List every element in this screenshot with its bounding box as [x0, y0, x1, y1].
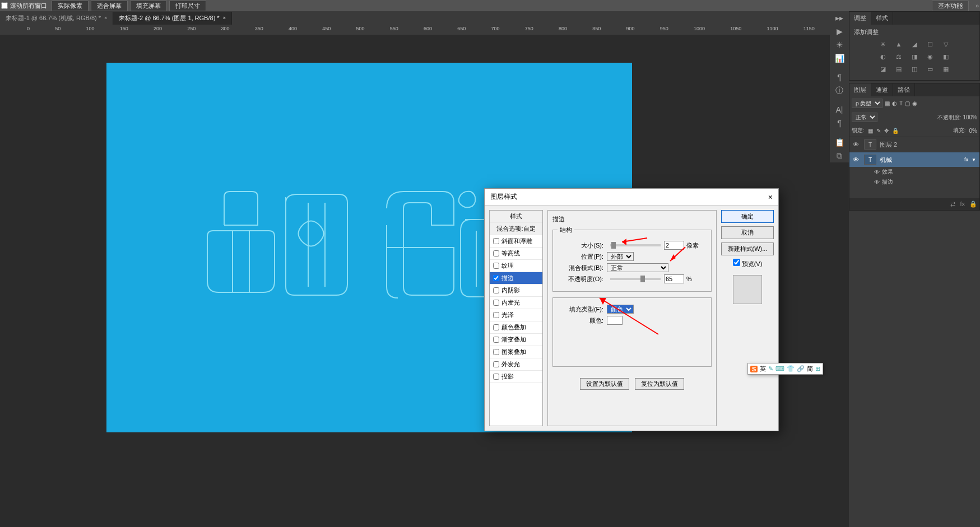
fx-add-icon[interactable]: fx: [960, 200, 965, 208]
doc-tab-2[interactable]: 未标题-2 @ 66.7% (图层 1, RGB/8) * ×: [113, 12, 232, 25]
tab-layers[interactable]: 图层: [849, 83, 871, 96]
ime-pencil-icon[interactable]: ✎: [768, 365, 773, 372]
texture-item[interactable]: 纹理: [490, 260, 542, 272]
ime-menu-icon[interactable]: ⊞: [815, 365, 820, 372]
outer-glow-item[interactable]: 外发光: [490, 358, 542, 371]
actions-play-icon[interactable]: ▶: [830, 25, 849, 38]
doc-tab-1[interactable]: 未标题-1 @ 66.7% (机械, RGB/8) * ×: [0, 12, 113, 25]
paragraph2-icon[interactable]: ¶: [830, 116, 849, 130]
visibility-icon[interactable]: 👁: [853, 141, 861, 148]
menu-chevrons-icon[interactable]: »: [976, 2, 979, 9]
filter-shape-icon[interactable]: ▢: [905, 100, 910, 106]
close-icon[interactable]: ×: [223, 15, 226, 21]
drop-shadow-item[interactable]: 投影: [490, 371, 542, 383]
link-icon[interactable]: ⇄: [950, 200, 955, 208]
tab-channels[interactable]: 通道: [871, 83, 893, 96]
fx-effects-row[interactable]: 👁 效果: [849, 167, 979, 177]
histogram-icon[interactable]: 📊: [830, 52, 849, 65]
styles-header[interactable]: 样式: [490, 211, 542, 223]
reset-default-button[interactable]: 复位为默认值: [635, 378, 684, 390]
new-style-button[interactable]: 新建样式(W)...: [721, 242, 774, 255]
bevel-item[interactable]: 斜面和浮雕: [490, 235, 542, 248]
tab-styles[interactable]: 样式: [871, 12, 893, 25]
posterize-adj-icon[interactable]: ▤: [893, 64, 904, 73]
close-icon[interactable]: ×: [768, 193, 773, 202]
character-icon[interactable]: A|: [830, 103, 849, 116]
bw-adj-icon[interactable]: ◨: [909, 52, 920, 61]
satin-item[interactable]: 光泽: [490, 309, 542, 321]
ime-toolbar[interactable]: S 英 ✎ ⌨ 👕 🔗 简 ⊞: [747, 363, 823, 375]
opacity-slider[interactable]: [610, 278, 661, 280]
fx-stroke-row[interactable]: 👁 描边: [849, 177, 979, 187]
curves-adj-icon[interactable]: ◢: [909, 40, 920, 49]
levels-adj-icon[interactable]: ▲: [893, 40, 904, 49]
cancel-button[interactable]: 取消: [721, 226, 774, 239]
pattern-overlay-item[interactable]: 图案叠加: [490, 346, 542, 358]
tab-adjustments[interactable]: 调整: [849, 12, 871, 25]
inner-shadow-item[interactable]: 内阴影: [490, 285, 542, 297]
lock-trans-icon[interactable]: ▦: [868, 128, 873, 134]
fit-screen-button[interactable]: 适合屏幕: [91, 1, 128, 11]
color-swatch[interactable]: [607, 316, 623, 325]
opacity-input[interactable]: [664, 274, 684, 283]
lock-move-icon[interactable]: ✥: [884, 128, 889, 134]
clone-icon[interactable]: ⧉: [830, 149, 849, 162]
filter-pixel-icon[interactable]: ▦: [885, 100, 890, 106]
stroke-item[interactable]: 描边: [490, 272, 542, 285]
fill-type-select[interactable]: 颜色: [607, 305, 634, 314]
gradient-overlay-item[interactable]: 渐变叠加: [490, 334, 542, 346]
tab-paths[interactable]: 路径: [893, 83, 915, 96]
blend-mode-select[interactable]: 正常: [852, 113, 877, 122]
photo-filter-adj-icon[interactable]: ◉: [925, 52, 936, 61]
blend-mode-select[interactable]: 正常: [607, 263, 668, 272]
actual-pixels-button[interactable]: 实际像素: [52, 1, 89, 11]
hue-adj-icon[interactable]: ◐: [877, 52, 889, 61]
info-icon[interactable]: ⓘ: [830, 84, 849, 97]
workspace-button[interactable]: 基本功能: [932, 1, 969, 11]
exposure-adj-icon[interactable]: ☐: [925, 40, 936, 49]
visibility-icon[interactable]: 👁: [874, 179, 880, 185]
vibrance-adj-icon[interactable]: ▽: [940, 40, 951, 49]
brightness-adj-icon[interactable]: ☀: [877, 40, 889, 49]
ime-mode[interactable]: 简: [807, 365, 813, 373]
visibility-icon[interactable]: 👁: [853, 156, 861, 163]
ime-shirt-icon[interactable]: 👕: [787, 365, 795, 372]
fill-screen-button[interactable]: 填充屏幕: [130, 1, 167, 11]
brightness-icon[interactable]: ☀: [830, 38, 849, 52]
contour-item[interactable]: 等高线: [490, 248, 542, 260]
layer-row-layer2[interactable]: 👁 T 图层 2: [849, 137, 979, 152]
opacity-value[interactable]: 100%: [963, 114, 977, 120]
notes-icon[interactable]: 📋: [830, 136, 849, 149]
lock-paint-icon[interactable]: ✎: [876, 128, 881, 134]
ime-link-icon[interactable]: 🔗: [797, 365, 805, 372]
balance-adj-icon[interactable]: ⚖: [893, 52, 904, 61]
lock-footer-icon[interactable]: 🔒: [969, 200, 977, 208]
blend-options-item[interactable]: 混合选项:自定: [490, 223, 542, 235]
layer-row-text[interactable]: 👁 T 机械 fx ▼: [849, 152, 979, 167]
print-size-button[interactable]: 打印尺寸: [169, 1, 206, 11]
mixer-adj-icon[interactable]: ◧: [940, 52, 951, 61]
lock-all-icon[interactable]: 🔒: [892, 128, 899, 134]
selective-adj-icon[interactable]: ▦: [940, 64, 951, 73]
set-default-button[interactable]: 设置为默认值: [580, 378, 629, 390]
filter-smart-icon[interactable]: ◉: [912, 100, 917, 106]
filter-text-icon[interactable]: T: [899, 100, 903, 106]
layer-filter-select[interactable]: ρ 类型: [852, 99, 883, 108]
ime-keyboard-icon[interactable]: ⌨: [775, 365, 784, 372]
scroll-all-checkbox-input[interactable]: [1, 2, 8, 9]
ime-lang[interactable]: 英: [760, 365, 766, 373]
scroll-all-windows-checkbox[interactable]: 滚动所有窗口: [1, 2, 47, 10]
inner-glow-item[interactable]: 内发光: [490, 297, 542, 309]
close-icon[interactable]: ×: [104, 15, 107, 21]
invert-adj-icon[interactable]: ◪: [877, 64, 889, 73]
size-slider[interactable]: [610, 244, 661, 246]
filter-adj-icon[interactable]: ◐: [892, 100, 897, 106]
chevron-down-icon[interactable]: ▼: [972, 157, 976, 162]
color-overlay-item[interactable]: 颜色叠加: [490, 321, 542, 334]
visibility-icon[interactable]: 👁: [874, 169, 880, 175]
fx-badge[interactable]: fx: [964, 157, 968, 162]
position-select[interactable]: 外部: [607, 252, 634, 261]
gradient-map-adj-icon[interactable]: ▭: [925, 64, 936, 73]
fill-value[interactable]: 0%: [969, 128, 977, 134]
threshold-adj-icon[interactable]: ◫: [909, 64, 920, 73]
